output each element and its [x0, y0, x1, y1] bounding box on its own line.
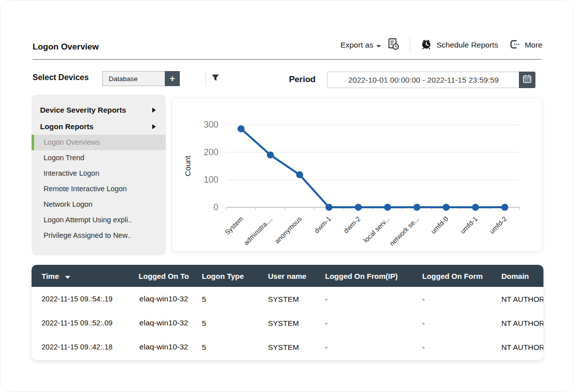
column-label: Logon Type: [202, 272, 244, 280]
toolbar: Export as: [341, 37, 542, 54]
svg-text:300: 300: [204, 120, 218, 130]
svg-text:adminstra....: adminstra....: [242, 215, 274, 247]
svg-text:System: System: [223, 215, 244, 236]
cell-user-name: SYSTEM: [263, 311, 320, 335]
report-window: Logon Overview Export as: [0, 0, 574, 392]
sidebar-item-logon-overviews[interactable]: Logon Overviews: [32, 135, 166, 150]
column-header-logged-on-form[interactable]: Logged On Form: [417, 265, 496, 287]
sidebar-list: Device Severity ReportsLogon ReportsLogo…: [32, 102, 166, 243]
cell-domain: NT AUTHORITY: [496, 335, 543, 359]
cell-logon-type: 5: [197, 287, 263, 311]
device-select[interactable]: Database +: [102, 71, 180, 86]
column-header-logged-on-to[interactable]: Logged On To: [131, 265, 197, 287]
sidebar-group-label: Logon Reports: [40, 122, 94, 131]
calendar-button[interactable]: [519, 72, 535, 88]
cell-logon-type: 5: [197, 335, 263, 359]
more-label: More: [525, 41, 542, 50]
period-input[interactable]: [327, 72, 519, 88]
svg-text:umfd-0: umfd-0: [430, 215, 450, 235]
sidebar-group-label: Device Severity Reports: [40, 106, 126, 114]
svg-text:umfd-2: umfd-2: [488, 215, 508, 235]
table-row[interactable]: 2022-11-15 09.:42:.18elaq-win10-325SYSTE…: [32, 335, 543, 359]
sidebar-item-logon-attempt-using-expli[interactable]: Logon Attempt Using expli..: [32, 212, 166, 228]
triangle-right-icon: [152, 124, 156, 129]
add-device-button[interactable]: +: [165, 71, 180, 86]
column-label: Logged On From(IP): [325, 272, 398, 280]
column-header-logged-on-from-ip[interactable]: Logged On From(IP): [320, 265, 417, 287]
column-header-time[interactable]: Time: [32, 265, 131, 287]
funnel-filter-icon: [211, 75, 219, 83]
svg-text:dwm-2: dwm-2: [342, 215, 362, 235]
column-label: Logged On Form: [422, 272, 483, 280]
page-title: Logon Overview: [33, 42, 99, 52]
svg-text:200: 200: [204, 147, 218, 157]
reports-sidebar: Device Severity ReportsLogon ReportsLogo…: [32, 95, 166, 255]
sidebar-item-remote-interactive-logon[interactable]: Remote Interactive Logon: [32, 181, 166, 197]
svg-text:network se...: network se...: [388, 215, 421, 248]
export-as-button[interactable]: Export as: [341, 41, 382, 50]
cell-logged-on-form: -: [417, 335, 496, 359]
sort-descending-icon[interactable]: [65, 276, 70, 279]
cell-time: 2022-11-15 09.:42:.18: [32, 335, 131, 359]
triangle-right-icon: [152, 108, 156, 113]
table-row[interactable]: 2022-11-15 09.:52:.09elaq-win10-325SYSTE…: [32, 311, 543, 335]
more-button[interactable]: More: [509, 39, 542, 52]
column-header-logon-type[interactable]: Logon Type: [197, 265, 263, 287]
export-as-label: Export as: [341, 41, 373, 49]
logon-overview-chart-panel: 0100200300Systemadminstra....anonymousdw…: [172, 98, 542, 252]
cell-logged-on-form: -: [417, 311, 496, 335]
cell-user-name: SYSTEM: [263, 287, 320, 311]
toolbar-divider: [410, 37, 410, 54]
cell-user-name: SYSTEM: [263, 335, 320, 359]
cell-logged-on-to: elaq-win10-32: [131, 311, 197, 335]
sidebar-item-privilege-assigned-to-new[interactable]: Privilege Assigned to New..: [32, 228, 166, 243]
column-header-domain[interactable]: Domain: [496, 265, 543, 287]
cell-time: 2022-11-15 09.:52:.09: [32, 311, 131, 335]
logon-events-table: TimeLogged On ToLogon TypeUser nameLogge…: [32, 265, 543, 359]
logon-count-line-chart[interactable]: 0100200300Systemadminstra....anonymousdw…: [172, 98, 543, 252]
svg-text:0: 0: [213, 202, 218, 212]
select-devices-label: Select Devices: [33, 73, 89, 82]
svg-text:Count: Count: [183, 155, 192, 176]
logon-events-table-card: TimeLogged On ToLogon TypeUser nameLogge…: [32, 265, 543, 360]
sidebar-group-device-severity-reports[interactable]: Device Severity Reports: [32, 102, 166, 118]
svg-text:local serv...: local serv...: [362, 215, 391, 244]
column-header-user-name[interactable]: User name: [263, 265, 320, 287]
cell-time: 2022-11-15 09.:54:.19: [32, 287, 131, 311]
column-label: User name: [268, 272, 307, 280]
period-label: Period: [289, 75, 316, 85]
cell-domain: NT AUTHORITY: [496, 311, 543, 335]
svg-text:anonymous: anonymous: [273, 215, 303, 245]
table-header-row: TimeLogged On ToLogon TypeUser nameLogge…: [32, 265, 543, 287]
table-row[interactable]: 2022-11-15 09.:54:.19elaq-win10-325SYSTE…: [32, 287, 543, 311]
column-label: Domain: [501, 272, 529, 280]
cell-logged-on-to: elaq-win10-32: [131, 287, 197, 311]
frame-dots-icon: [509, 39, 520, 52]
sidebar-item-network-logon[interactable]: Network Logon: [32, 197, 166, 212]
report-history-button[interactable]: [387, 38, 400, 53]
cell-logged-on-form: -: [417, 287, 496, 311]
filter-button[interactable]: [211, 74, 219, 84]
cell-logged-on-to: elaq-win10-32: [131, 335, 197, 359]
cell-logon-type: 5: [197, 311, 263, 335]
cell-logged-on-from-ip: -: [320, 311, 417, 335]
document-clock-icon: [387, 38, 400, 53]
calendar-icon: [522, 74, 532, 86]
svg-text:umfd-1: umfd-1: [459, 215, 479, 235]
cell-logged-on-from-ip: -: [320, 287, 417, 311]
controls-divider: [205, 71, 206, 86]
schedule-reports-label: Schedule Reports: [436, 41, 498, 50]
column-label: Logged On To: [139, 272, 189, 280]
column-label: Time: [42, 272, 59, 280]
schedule-reports-button[interactable]: Schedule Reports: [420, 38, 498, 52]
alarm-clock-icon: [420, 38, 432, 52]
sidebar-item-logon-trend[interactable]: Logon Trend: [32, 150, 166, 166]
sidebar-group-logon-reports[interactable]: Logon Reports: [32, 118, 166, 135]
cell-logged-on-from-ip: -: [320, 335, 417, 359]
device-select-value[interactable]: Database: [102, 71, 165, 86]
header-divider: [33, 59, 541, 60]
table-body: 2022-11-15 09.:54:.19elaq-win10-325SYSTE…: [32, 287, 543, 359]
cell-domain: NT AUTHORITY: [496, 287, 543, 311]
sidebar-item-interactive-logon[interactable]: Interactive Logon: [32, 166, 166, 181]
caret-down-icon: [376, 45, 381, 48]
